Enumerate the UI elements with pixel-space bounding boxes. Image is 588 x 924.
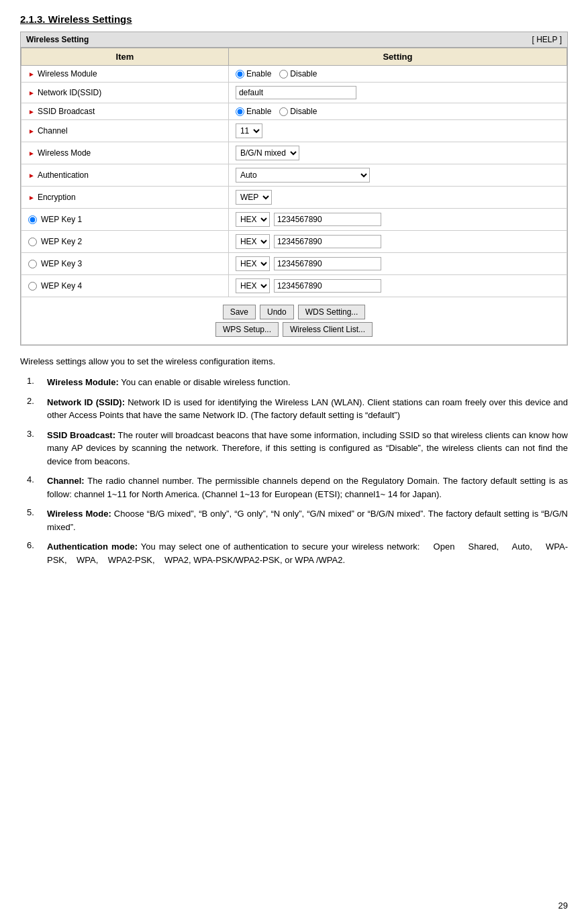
- item-wireless-module: ► Wireless Module: [21, 66, 229, 83]
- save-button[interactable]: Save: [223, 305, 256, 319]
- item-wep2: WEP Key 2: [21, 231, 229, 253]
- panel-title: Wireless Setting: [26, 35, 89, 44]
- wep3-type-select[interactable]: HEX: [236, 256, 270, 271]
- wep4-radio[interactable]: [28, 282, 37, 291]
- setting-ssid-broadcast: Enable Disable: [228, 103, 567, 120]
- radio-group-ssid-broadcast: Enable Disable: [236, 107, 560, 116]
- buttons-row2: WPS Setup... Wireless Client List...: [215, 322, 373, 337]
- item-encryption: ► Encryption: [21, 187, 229, 209]
- bold-label-5: Wireless Mode:: [47, 509, 111, 519]
- item-label: Channel: [38, 126, 68, 136]
- arrow-icon: ►: [28, 89, 35, 97]
- wireless-client-list-button[interactable]: Wireless Client List...: [283, 322, 373, 337]
- wep1-radio[interactable]: [28, 215, 37, 224]
- list-item-3: 3. SSID Broadcast: The router will broad…: [27, 429, 568, 468]
- wep4-label: WEP Key 4: [41, 281, 82, 291]
- wep1-label: WEP Key 1: [41, 215, 82, 224]
- list-num-2: 2.: [27, 396, 47, 422]
- item-label: Wireless Module: [38, 69, 97, 79]
- encryption-select[interactable]: WEP: [236, 190, 272, 205]
- undo-button[interactable]: Undo: [260, 305, 294, 319]
- description-list: 1. Wireless Module: You can enable or di…: [20, 376, 568, 566]
- channel-select[interactable]: 11: [236, 123, 262, 138]
- radio-group-wireless-module: Enable Disable: [236, 69, 560, 79]
- list-num-3: 3.: [27, 429, 47, 468]
- item-ssid: ► Network ID(SSID): [21, 83, 229, 103]
- setting-wep3: HEX: [228, 253, 567, 275]
- radio-disable-label[interactable]: Disable: [279, 107, 317, 116]
- wep3-label: WEP Key 3: [41, 259, 82, 268]
- channel-select-group: 11: [236, 123, 560, 138]
- list-content-4: Channel: The radio channel number. The p…: [47, 474, 568, 501]
- arrow-icon: ►: [28, 150, 35, 157]
- item-label: Wireless Mode: [38, 148, 91, 158]
- table-row: WEP Key 2 HEX: [21, 231, 567, 253]
- radio-enable[interactable]: [236, 107, 244, 116]
- arrow-icon: ►: [28, 194, 35, 201]
- wep2-value-input[interactable]: [274, 235, 381, 248]
- settings-table: Item Setting ► Wireless Module Enable: [21, 48, 567, 345]
- list-num-1: 1.: [27, 376, 47, 389]
- wep2-type-select[interactable]: HEX: [236, 234, 270, 249]
- arrow-icon: ►: [28, 108, 35, 115]
- panel-header: Wireless Setting [ HELP ]: [21, 32, 567, 48]
- item-label: Network ID(SSID): [38, 88, 101, 97]
- col-header-setting: Setting: [228, 48, 567, 66]
- table-row: ► Authentication Auto: [21, 164, 567, 187]
- table-row: ► Network ID(SSID): [21, 83, 567, 103]
- help-link[interactable]: [ HELP ]: [532, 35, 562, 44]
- item-channel: ► Channel: [21, 120, 229, 142]
- list-content-2: Network ID (SSID): Network ID is used fo…: [47, 396, 568, 422]
- item-wep1: WEP Key 1: [21, 209, 229, 231]
- list-item-2: 2. Network ID (SSID): Network ID is used…: [27, 396, 568, 422]
- wps-setup-button[interactable]: WPS Setup...: [215, 322, 279, 337]
- list-num-5: 5.: [27, 507, 47, 533]
- bold-label-3: SSID Broadcast:: [47, 430, 115, 440]
- item-label: Authentication: [38, 170, 89, 180]
- radio-disable-label[interactable]: Disable: [279, 69, 317, 79]
- wep3-radio[interactable]: [28, 260, 37, 268]
- list-item-1: 1. Wireless Module: You can enable or di…: [27, 376, 568, 389]
- wep1-value-input[interactable]: [274, 213, 381, 226]
- wep4-value-input[interactable]: [274, 279, 381, 293]
- table-row: ► Wireless Mode B/G/N mixed: [21, 142, 567, 164]
- bold-label-2: Network ID (SSID):: [47, 397, 125, 407]
- authentication-select[interactable]: Auto: [236, 168, 370, 183]
- wireless-mode-select[interactable]: B/G/N mixed: [236, 146, 299, 160]
- wep3-value-input[interactable]: [274, 257, 381, 270]
- table-row: ► SSID Broadcast Enable Disable: [21, 103, 567, 120]
- arrow-icon: ►: [28, 70, 35, 78]
- wep1-type-select[interactable]: HEX: [236, 212, 270, 227]
- intro-text: Wireless settings allow you to set the w…: [20, 356, 568, 366]
- buttons-row: Save Undo WDS Setting... WPS Setup... Wi…: [21, 297, 567, 345]
- wds-setting-button[interactable]: WDS Setting...: [298, 305, 366, 319]
- item-wireless-mode: ► Wireless Mode: [21, 142, 229, 164]
- buttons-row1: Save Undo WDS Setting...: [223, 305, 366, 319]
- page-title: 2.1.3. Wireless Settings: [20, 13, 568, 25]
- radio-disable[interactable]: [279, 107, 288, 116]
- radio-enable-label[interactable]: Enable: [236, 69, 271, 79]
- table-row: ► Wireless Module Enable Disable: [21, 66, 567, 83]
- table-row: WEP Key 3 HEX: [21, 253, 567, 275]
- ssid-input[interactable]: [236, 86, 356, 99]
- buttons-cell: Save Undo WDS Setting... WPS Setup... Wi…: [21, 297, 567, 345]
- table-row: WEP Key 1 HEX: [21, 209, 567, 231]
- setting-ssid: [228, 83, 567, 103]
- radio-enable-label[interactable]: Enable: [236, 107, 271, 116]
- item-wep4: WEP Key 4: [21, 275, 229, 297]
- radio-enable[interactable]: [236, 70, 244, 79]
- buttons-container: Save Undo WDS Setting... WPS Setup... Wi…: [28, 301, 560, 341]
- arrow-icon: ►: [28, 172, 35, 179]
- radio-disable[interactable]: [279, 70, 288, 79]
- list-item-4: 4. Channel: The radio channel number. Th…: [27, 474, 568, 501]
- wep4-type-select[interactable]: HEX: [236, 278, 270, 293]
- settings-panel: Wireless Setting [ HELP ] Item Setting ►…: [20, 32, 568, 346]
- item-label: Encryption: [38, 193, 76, 202]
- bold-label-1: Wireless Module:: [47, 377, 119, 387]
- item-label: SSID Broadcast: [38, 107, 95, 116]
- table-row: WEP Key 4 HEX: [21, 275, 567, 297]
- setting-channel: 11: [228, 120, 567, 142]
- wep2-radio[interactable]: [28, 238, 37, 246]
- col-header-item: Item: [21, 48, 229, 66]
- list-content-5: Wireless Mode: Choose “B/G mixed”, “B on…: [47, 507, 568, 533]
